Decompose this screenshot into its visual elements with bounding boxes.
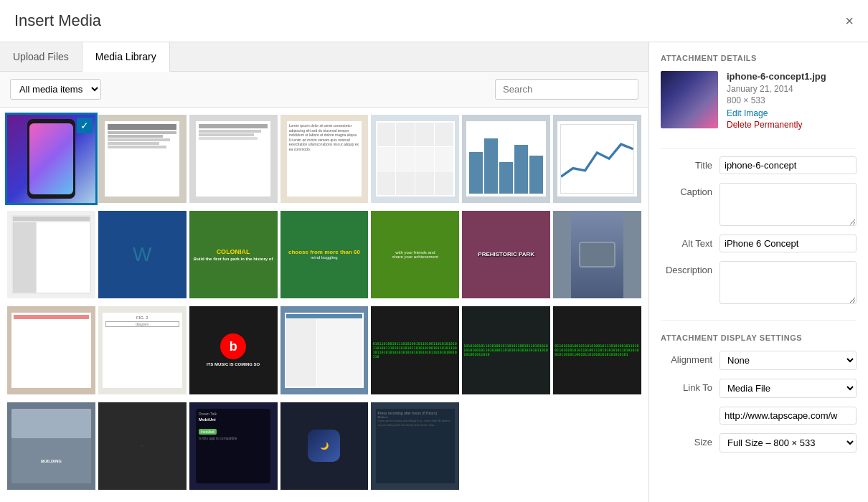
alt-text-label: Alt Text (661, 235, 720, 249)
media-item[interactable] (98, 402, 187, 491)
link-to-label: Link To (661, 379, 720, 393)
media-item[interactable]: Press recording after hours (8 Hours) Me… (371, 402, 459, 491)
media-area: Upload Files Media Library All media ite… (0, 42, 649, 502)
tab-upload-files[interactable]: Upload Files (0, 42, 82, 71)
media-item[interactable]: ✓ (7, 115, 95, 203)
media-item[interactable] (7, 211, 95, 299)
size-field-row: Size Thumbnail Medium Large Full Size – … (661, 433, 857, 453)
size-select[interactable]: Thumbnail Medium Large Full Size – 800 ×… (720, 433, 857, 453)
media-item[interactable]: W (98, 211, 187, 299)
beats-logo: b (220, 333, 246, 359)
filter-select[interactable]: All media items (10, 79, 101, 100)
media-item[interactable] (280, 306, 369, 394)
alignment-label: Alignment (661, 351, 720, 365)
size-label: Size (661, 433, 720, 447)
media-item[interactable] (371, 115, 459, 203)
attachment-thumbnail (661, 71, 718, 128)
title-label: Title (661, 156, 720, 171)
media-item[interactable]: Lorem ipsum dolor sit amet consectetur a… (280, 115, 369, 203)
edit-image-link[interactable]: Edit Image (727, 108, 857, 118)
media-item[interactable]: 🌙 (280, 402, 369, 491)
media-item[interactable]: COLONIAL Build the first fun park in the… (189, 211, 278, 299)
attachment-date: January 21, 2014 (727, 84, 857, 94)
attachment-dimensions: 800 × 533 (727, 95, 857, 105)
media-item[interactable] (553, 211, 641, 299)
tabs-bar: Upload Files Media Library (0, 42, 648, 72)
caption-field-row: Caption (661, 183, 857, 226)
media-item[interactable] (7, 306, 95, 394)
media-item[interactable]: choose from more than 60 mind boggling (280, 211, 369, 299)
attachment-info: iphone-6-concept1.jpg January 21, 2014 8… (661, 71, 857, 130)
alt-text-input[interactable] (720, 235, 857, 252)
media-item[interactable]: with your friends and share your achieve… (371, 211, 459, 299)
media-item[interactable] (462, 115, 550, 203)
attachment-details-heading: ATTACHMENT DETAILS (661, 54, 857, 62)
media-item[interactable]: 0110101010010110101001011101010010110100… (553, 306, 641, 394)
insert-media-modal: Insert Media × Upload Files Media Librar… (0, 0, 868, 502)
media-item[interactable] (553, 115, 641, 203)
alignment-field-row: Alignment None Left Center Right (661, 351, 857, 370)
display-settings-heading: ATTACHMENT DISPLAY SETTINGS (661, 333, 857, 342)
modal-body: Upload Files Media Library All media ite… (0, 42, 868, 502)
attachment-meta: iphone-6-concept1.jpg January 21, 2014 8… (727, 71, 857, 130)
description-field-row: Description (661, 261, 857, 304)
media-item[interactable] (98, 115, 187, 203)
attachment-filename: iphone-6-concept1.jpg (727, 71, 857, 82)
media-item[interactable]: FIG. 2 diagram (98, 306, 187, 394)
toolbar: All media items (0, 72, 648, 108)
delete-permanently-link[interactable]: Delete Permanently (727, 120, 857, 130)
media-item[interactable]: 1010100101101010010110101100101101010101… (462, 306, 550, 394)
description-input[interactable] (720, 261, 857, 304)
modal-header: Insert Media × (0, 0, 868, 42)
url-field-row (661, 407, 857, 425)
binary-text: 0101101001011101010010110100110101010101… (371, 340, 459, 360)
media-item[interactable] (189, 115, 278, 203)
url-label (661, 407, 720, 410)
link-to-select[interactable]: Media File Attachment Page Custom URL No… (720, 379, 857, 398)
media-item[interactable]: PREHISTORIC PARK (462, 211, 550, 299)
title-field-row: Title (661, 156, 857, 174)
toolbar-left: All media items (10, 79, 101, 100)
selected-checkmark: ✓ (77, 118, 93, 133)
close-button[interactable]: × (845, 14, 854, 28)
title-input[interactable] (720, 156, 857, 174)
url-input[interactable] (720, 407, 857, 425)
media-grid: ✓ (0, 108, 648, 502)
link-to-field-row: Link To Media File Attachment Page Custo… (661, 379, 857, 398)
media-item[interactable]: BUILDING (7, 402, 95, 491)
alignment-select[interactable]: None Left Center Right (720, 351, 857, 370)
caption-label: Caption (661, 183, 720, 197)
media-item[interactable]: 0101101001011101010010110100110101010101… (371, 306, 459, 394)
wordpress-logo: W (133, 243, 151, 266)
binary-text-2: 1010100101101010010110101100101101010101… (462, 342, 550, 358)
media-item[interactable]: Dream Talk MobiUni Installed Is this app… (189, 402, 278, 491)
sidebar: ATTACHMENT DETAILS iphone-6-concept1.jpg… (649, 42, 868, 502)
caption-input[interactable] (720, 183, 857, 226)
description-label: Description (661, 261, 720, 275)
search-input[interactable] (495, 79, 638, 100)
media-item[interactable]: b ITS MUSIC IS COMING SO (189, 306, 278, 394)
alt-text-field-row: Alt Text (661, 235, 857, 252)
modal-title: Insert Media (14, 11, 101, 30)
tab-media-library[interactable]: Media Library (82, 42, 170, 72)
